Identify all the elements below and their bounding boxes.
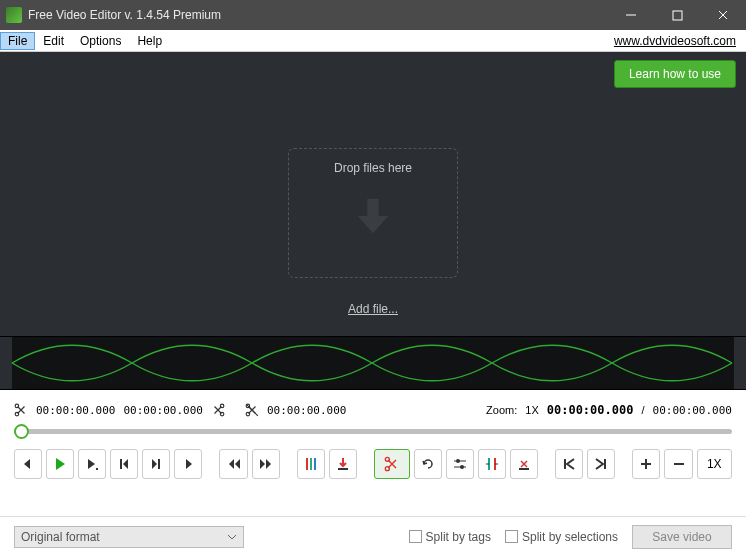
menubar: File Edit Options Help www.dvdvideosoft.… [0,30,746,52]
drop-zone-label: Drop files here [334,161,412,175]
scissors-delete-icon [245,403,259,417]
zoom-out-button[interactable] [664,449,692,479]
time-separator: / [641,404,644,416]
split-by-selections-checkbox[interactable]: Split by selections [505,530,618,544]
seek-slider[interactable] [0,422,746,440]
cut-mode-button[interactable] [374,449,409,479]
split-button[interactable] [478,449,506,479]
svg-point-19 [385,457,389,461]
prev-file-button[interactable] [14,449,42,479]
menu-options[interactable]: Options [72,32,129,50]
window-title: Free Video Editor v. 1.4.54 Premium [28,8,608,22]
rotate-button[interactable] [414,449,442,479]
svg-point-9 [220,412,224,416]
svg-point-20 [385,467,389,471]
speed-button[interactable]: 1X [697,449,732,479]
menu-file[interactable]: File [0,32,35,50]
svg-point-23 [456,459,460,463]
time-info-bar: 00:00:00.000 00:00:00.000 00:00:00.000 Z… [0,398,746,422]
go-to-start-button[interactable] [555,449,583,479]
zoom-in-button[interactable] [632,449,660,479]
svg-point-6 [15,404,18,408]
current-time: 00:00:00.000 [547,403,634,417]
rewind-button[interactable] [219,449,247,479]
save-video-button[interactable]: Save video [632,525,732,549]
go-to-end-button[interactable] [587,449,615,479]
menu-help[interactable]: Help [129,32,170,50]
chevron-down-icon [227,532,237,542]
prev-frame-button[interactable] [110,449,138,479]
settings-sliders-button[interactable] [446,449,474,479]
play-section-button[interactable] [78,449,106,479]
cut-end-time: 00:00:00.000 [123,404,202,417]
download-arrow-icon [350,193,396,239]
zoom-value: 1X [525,404,538,416]
svg-point-24 [460,465,464,469]
fast-forward-button[interactable] [252,449,280,479]
svg-rect-4 [0,337,12,389]
next-file-button[interactable] [174,449,202,479]
learn-how-to-use-button[interactable]: Learn how to use [614,60,736,88]
next-frame-button[interactable] [142,449,170,479]
drop-zone[interactable]: Drop files here [288,148,458,278]
playback-toolbar: 1X [0,440,746,488]
zoom-label: Zoom: [486,404,517,416]
svg-rect-1 [673,11,682,20]
svg-point-7 [15,412,18,416]
cut-start-time: 00:00:00.000 [36,404,115,417]
split-by-tags-checkbox[interactable]: Split by tags [409,530,491,544]
format-select[interactable]: Original format [14,526,244,548]
mark-delete-button[interactable] [510,449,538,479]
format-select-value: Original format [21,530,100,544]
preview-canvas: Learn how to use Drop files here Add fil… [0,52,746,336]
play-button[interactable] [46,449,74,479]
download-frame-button[interactable] [329,449,357,479]
scissors-left-icon [14,403,28,417]
website-link[interactable]: www.dvdvideosoft.com [614,34,746,48]
app-logo-icon [6,7,22,23]
menu-edit[interactable]: Edit [35,32,72,50]
seek-thumb[interactable] [14,424,29,439]
close-button[interactable] [700,0,746,30]
minimize-button[interactable] [608,0,654,30]
color-bars-button[interactable] [297,449,325,479]
scissors-right-icon [211,403,225,417]
add-file-link[interactable]: Add file... [348,302,398,316]
total-time: 00:00:00.000 [653,404,732,417]
maximize-button[interactable] [654,0,700,30]
cut-right-time: 00:00:00.000 [267,404,346,417]
titlebar: Free Video Editor v. 1.4.54 Premium [0,0,746,30]
bottom-bar: Original format Split by tags Split by s… [0,516,746,556]
svg-point-8 [220,404,224,408]
svg-rect-5 [734,337,746,389]
waveform-strip[interactable] [0,336,746,390]
svg-point-11 [246,412,250,416]
